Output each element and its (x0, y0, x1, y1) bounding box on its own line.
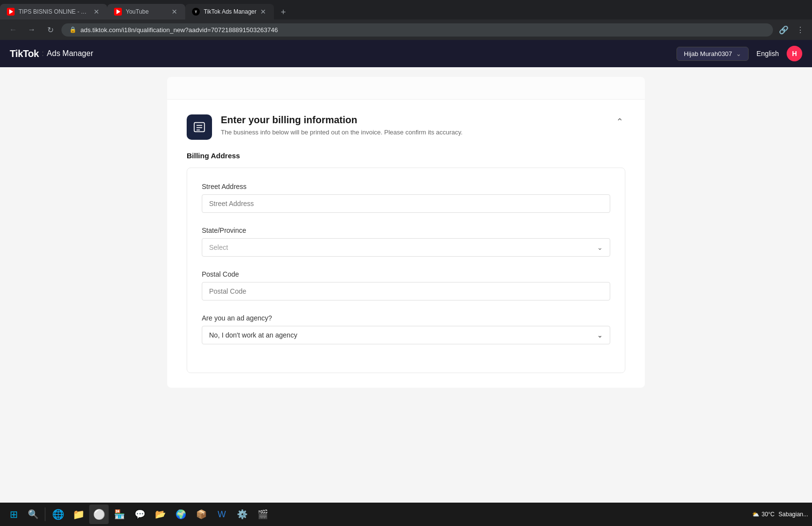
billing-section-subtitle: The business info below will be printed … (221, 129, 614, 136)
logo-divider: : (42, 49, 44, 58)
account-name: Hijab Murah0307 (684, 50, 732, 57)
tab-title-3: TikTok Ads Manager (204, 8, 256, 15)
tab-title-2: YouTube (126, 8, 168, 15)
back-button[interactable]: ← (6, 22, 20, 37)
tab-youtube[interactable]: YouTube ✕ (107, 4, 185, 19)
account-selector[interactable]: Hijab Murah0307 ⌄ (677, 47, 749, 61)
taskbar-right: ⛅ 30°C Sabagian... (752, 511, 808, 518)
reload-button[interactable]: ↻ (43, 22, 58, 37)
tab-favicon-1 (7, 8, 15, 16)
taskbar: ⊞ 🔍 🌐 📁 ⚪ 🏪 💬 📂 🌍 📦 W ⚙️ 🎬 ⛅ 30°C Sabagi… (0, 503, 812, 526)
tiktok-logo-text: TikTok (10, 48, 39, 59)
tab-favicon-2 (114, 8, 122, 16)
taskbar-explorer-icon[interactable]: 📁 (69, 505, 88, 524)
tiktok-icon: T (192, 8, 200, 16)
taskbar-chrome-icon[interactable]: ⚪ (89, 505, 109, 524)
taskbar-edge-icon[interactable]: 🌐 (48, 505, 68, 524)
tab-close-2[interactable]: ✕ (171, 8, 178, 16)
address-bar[interactable]: 🔒 ads.tiktok.com/i18n/qualification_new?… (61, 23, 773, 37)
more-button[interactable]: ⋮ (794, 23, 806, 37)
billing-card: Enter your billing information The busin… (167, 100, 645, 388)
tab-title-1: TIPS BISNIS ONLINE - YouTube (19, 8, 90, 15)
taskbar-app2-icon[interactable]: 💬 (130, 505, 150, 524)
ad-agency-field: Are you an ad agency? No, I don't work a… (202, 314, 610, 344)
top-card-partial (167, 77, 645, 99)
taskbar-app5-icon[interactable]: 📦 (192, 505, 211, 524)
tab-tiktok-ads[interactable]: T TikTok Ads Manager ✕ (185, 4, 274, 19)
street-address-field: Street Address (202, 183, 610, 213)
postal-code-input[interactable] (202, 282, 610, 301)
tiktok-logo: TikTok : Ads Manager (10, 48, 93, 59)
billing-address-label: Billing Address (187, 151, 625, 160)
ad-agency-label: Are you an ad agency? (202, 314, 610, 322)
state-province-chevron-icon: ⌄ (597, 244, 603, 251)
address-bar-row: ← → ↻ 🔒 ads.tiktok.com/i18n/qualificatio… (0, 19, 812, 40)
tab-close-3[interactable]: ✕ (259, 8, 267, 16)
lock-icon: 🔒 (69, 26, 77, 33)
billing-header-inner: Enter your billing information The busin… (187, 114, 614, 140)
billing-section-title: Enter your billing information (221, 114, 614, 126)
taskbar-word-icon[interactable]: W (212, 505, 232, 524)
state-province-select[interactable]: Select ⌄ (202, 238, 610, 257)
weather-info: ⛅ 30°C (752, 511, 774, 518)
taskbar-app4-icon[interactable]: 🌍 (171, 505, 191, 524)
taskbar-user-name: Sabagian... (778, 511, 808, 518)
tab-bar: TIPS BISNIS ONLINE - YouTube ✕ YouTube ✕… (0, 0, 812, 19)
ad-agency-chevron-icon: ⌄ (597, 331, 603, 339)
billing-title-area: Enter your billing information The busin… (221, 114, 614, 136)
youtube-icon-2 (114, 8, 122, 16)
header-right: Hijab Murah0307 ⌄ English H (677, 46, 802, 61)
state-province-placeholder: Select (209, 244, 228, 251)
tab-tips-bisnis[interactable]: TIPS BISNIS ONLINE - YouTube ✕ (0, 4, 107, 19)
state-province-label: State/Province (202, 226, 610, 234)
taskbar-divider-1 (45, 507, 45, 521)
taskbar-vlc-icon[interactable]: 🎬 (253, 505, 272, 524)
billing-icon (187, 114, 212, 140)
taskbar-app3-icon[interactable]: 📂 (151, 505, 170, 524)
taskbar-search-button[interactable]: 🔍 (24, 506, 42, 523)
start-button[interactable]: ⊞ (4, 505, 23, 524)
browser-chrome: TIPS BISNIS ONLINE - YouTube ✕ YouTube ✕… (0, 0, 812, 40)
account-chevron-icon: ⌄ (736, 50, 741, 57)
new-tab-button[interactable]: + (276, 5, 290, 19)
ad-agency-select[interactable]: No, I don't work at an agency ⌄ (202, 326, 610, 344)
taskbar-app1-icon[interactable]: 🏪 (110, 505, 129, 524)
main-content: Enter your billing information The busin… (0, 67, 812, 506)
language-selector[interactable]: English (756, 50, 779, 57)
billing-header: Enter your billing information The busin… (187, 114, 625, 140)
ads-manager-text: Ads Manager (47, 49, 93, 58)
street-address-label: Street Address (202, 183, 610, 190)
postal-code-field: Postal Code (202, 270, 610, 301)
collapse-button[interactable]: ⌃ (614, 114, 625, 129)
street-address-input[interactable] (202, 194, 610, 213)
windows-icon: ⊞ (10, 508, 18, 520)
forward-button[interactable]: → (24, 22, 39, 37)
weather-icon: ⛅ (752, 511, 759, 518)
state-province-field: State/Province Select ⌄ (202, 226, 610, 257)
youtube-icon-1 (7, 8, 15, 16)
taskbar-app6-icon[interactable]: ⚙️ (232, 505, 252, 524)
ad-agency-value: No, I don't work at an agency (209, 331, 297, 339)
tiktok-header: TikTok : Ads Manager Hijab Murah0307 ⌄ E… (0, 40, 812, 67)
user-avatar[interactable]: H (787, 46, 802, 61)
url-text: ads.tiktok.com/i18n/qualification_new?aa… (80, 26, 765, 34)
share-button[interactable]: 🔗 (777, 23, 791, 37)
billing-form: Street Address State/Province Select ⌄ P… (187, 168, 625, 373)
tab-favicon-3: T (192, 8, 200, 16)
postal-code-label: Postal Code (202, 270, 610, 278)
tab-close-1[interactable]: ✕ (93, 8, 100, 16)
weather-temp: 30°C (761, 511, 774, 518)
